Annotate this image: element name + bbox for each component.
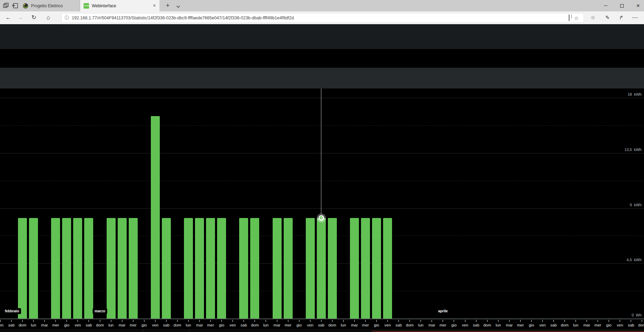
x-tick [431, 320, 432, 322]
x-tick [498, 320, 499, 322]
x-tick-label: ven [539, 323, 546, 327]
marker-center [320, 216, 323, 219]
bar-mar[interactable] [350, 218, 359, 319]
bar-mer[interactable] [51, 218, 60, 319]
x-tick [487, 320, 488, 322]
chart-scroll-strip[interactable] [0, 329, 644, 332]
bar-mer[interactable] [129, 218, 138, 319]
share-button[interactable]: ↱ [615, 11, 627, 24]
x-tick-label: dom [251, 323, 258, 327]
month-label: aprile [436, 308, 450, 314]
bar-sab[interactable] [162, 218, 171, 319]
favorites-list-button[interactable]: ☆ [587, 11, 599, 24]
x-tick [608, 320, 609, 322]
x-tick-label: lun [108, 323, 114, 327]
minor-gridline [0, 125, 644, 126]
x-tick-label: dom [638, 323, 644, 327]
x-tick [619, 320, 620, 322]
x-tick [310, 320, 311, 322]
x-tick-label: gio [606, 323, 612, 327]
bar-gio[interactable] [217, 218, 226, 319]
bar-sab[interactable] [84, 218, 93, 319]
x-tick [0, 320, 1, 322]
refresh-button[interactable]: ↻ [28, 11, 40, 24]
x-tick [409, 320, 410, 322]
browser-toolbar: ← → ↻ ⌂ ⓘ 192.168.1.77/#/504F94113703/St… [0, 11, 644, 24]
section-row[interactable]: Contatore consumo [0, 49, 644, 68]
bar-mar[interactable] [195, 218, 204, 319]
home-button[interactable]: ⌂ [42, 11, 54, 24]
x-tick [11, 320, 12, 322]
tab-close-icon[interactable]: ✕ [153, 3, 156, 8]
bar-gio[interactable] [372, 218, 381, 319]
reading-view-button[interactable] [569, 15, 569, 21]
tab-title: Webinterface [92, 3, 116, 8]
x-tick [575, 320, 576, 322]
bar-sab[interactable] [317, 218, 326, 319]
new-tab-button[interactable]: + [162, 0, 173, 11]
x-tick-label: mar [583, 323, 590, 327]
major-gridline [0, 208, 644, 209]
tab-webinterface[interactable]: LOXONE Webinterface ✕ [80, 0, 159, 11]
x-tick-label: gio [64, 323, 69, 327]
settings-ellipsis-button[interactable]: ⋯ [629, 11, 641, 24]
x-tick-label: ven [384, 323, 391, 327]
month-label: febbraio [3, 308, 21, 314]
x-tick-label: sab [163, 323, 170, 327]
add-favorite-button[interactable]: ☆ [574, 16, 579, 21]
x-tick [210, 320, 211, 322]
bar-dom[interactable] [250, 218, 259, 319]
address-bar[interactable]: ⓘ 192.168.1.77/#/504F94113703/Statistic/… [61, 13, 584, 23]
minor-gridline [0, 181, 644, 181]
tabs-set-aside-icon[interactable] [12, 3, 18, 9]
bar-ven[interactable] [73, 218, 82, 319]
bar-ven[interactable] [306, 218, 315, 319]
selection-marker[interactable] [317, 214, 326, 222]
bar-mer[interactable] [206, 218, 215, 319]
x-tick-label: sab [318, 323, 324, 327]
bar-mer[interactable] [284, 218, 293, 319]
bar-lun[interactable] [29, 218, 38, 319]
x-tick [509, 320, 510, 322]
bar-dom[interactable] [328, 218, 337, 319]
tab-actions-chevron-icon[interactable] [176, 4, 180, 8]
back-button[interactable]: ← [2, 11, 14, 24]
tab-progetto-elettrico[interactable]: Progetto Elettrico [19, 0, 80, 11]
x-tick-label: gio [142, 323, 147, 327]
scroll-tick [143, 329, 143, 332]
x-tick [111, 320, 111, 322]
url-text[interactable]: 192.168.1.77/#/504F94113703/Statistic/14… [72, 16, 569, 20]
bar-dom[interactable] [18, 218, 27, 319]
app-header: ← Consumo D&W X2S3 [0, 24, 644, 49]
tab-preview-icon[interactable] [3, 3, 9, 9]
bar-lun[interactable] [107, 218, 116, 319]
x-tick [642, 320, 642, 322]
x-tick-label: sab [396, 323, 402, 327]
forward-button[interactable]: → [14, 11, 26, 24]
bar-gio[interactable] [62, 218, 71, 319]
window-maximize-button[interactable] [614, 0, 630, 11]
x-tick-label: gio [451, 323, 457, 327]
bar-mar[interactable] [118, 218, 127, 319]
x-tick-label: dom [19, 323, 26, 327]
window-minimize-button[interactable] [598, 0, 614, 11]
x-tick-label: dom [96, 323, 104, 327]
x-tick-label: gio [529, 323, 534, 327]
bar-mer[interactable] [361, 218, 370, 319]
bar-ven[interactable] [383, 218, 392, 319]
x-tick [166, 320, 167, 322]
bar-ven[interactable] [151, 116, 160, 319]
x-tick-label: ven [230, 323, 236, 327]
bar-lun[interactable] [184, 218, 193, 319]
selection-line [321, 88, 322, 214]
chart-plot[interactable]: 18 kWh13,5 kWh9 kWh4,5 kWh0 Whvensabdoml… [0, 88, 644, 332]
bar-mar[interactable] [273, 218, 282, 319]
bar-sab[interactable] [239, 218, 248, 319]
site-info-icon[interactable]: ⓘ [65, 15, 69, 21]
x-tick [343, 320, 344, 322]
web-note-pen-button[interactable]: ✎ [601, 11, 614, 24]
x-tick-label: gio [219, 323, 224, 327]
x-tick [144, 320, 145, 322]
window-close-button[interactable]: ✕ [630, 0, 644, 11]
x-tick [321, 320, 322, 322]
